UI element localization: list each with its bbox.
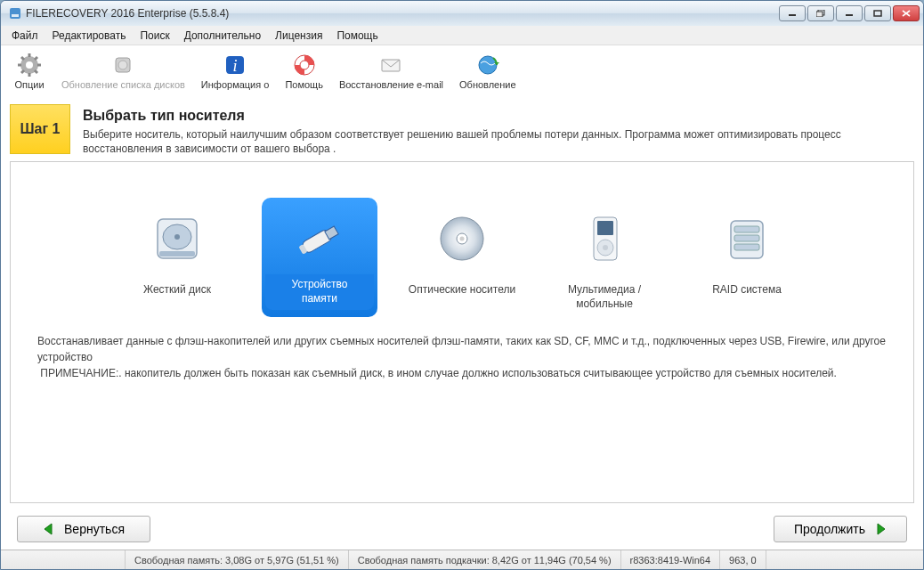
media-flash[interactable]: Устройство памяти	[262, 198, 377, 316]
svg-marker-46	[45, 524, 52, 534]
envelope-icon	[378, 53, 403, 77]
gear-icon	[17, 53, 42, 77]
media-description: Восстанавливает данные с флэш-накопителе…	[32, 333, 892, 381]
svg-line-16	[35, 70, 37, 73]
svg-text:i: i	[233, 57, 238, 75]
media-multimedia-label: Мультимедиа / мобильные	[550, 283, 659, 311]
media-type-row: Жесткий диск Устройство памяти	[32, 198, 892, 316]
status-build: r8363:8419-Win64	[621, 550, 721, 569]
tb-about-label: Информация о	[201, 79, 270, 90]
info-icon: i	[223, 53, 247, 77]
next-label: Продолжить	[794, 522, 865, 536]
media-optical[interactable]: Оптические носители	[404, 198, 520, 316]
tb-refresh: Обновление списка дисков	[56, 51, 190, 92]
tb-help-label: Помощь	[285, 79, 323, 90]
window-title: FILERECOVERY 2016 Enterprise (5.5.8.4)	[26, 7, 777, 20]
svg-rect-31	[159, 251, 195, 256]
svg-rect-0	[10, 8, 20, 19]
restore-button[interactable]	[807, 5, 834, 21]
back-button[interactable]: Вернуться	[17, 516, 150, 542]
menubar: Файл Редактировать Поиск Дополнительно Л…	[1, 26, 923, 45]
desc-line1: Восстанавливает данные с флэш-накопителе…	[37, 335, 886, 363]
menu-help[interactable]: Помощь	[329, 28, 385, 44]
svg-point-37	[460, 237, 465, 241]
arrow-right-icon	[872, 523, 887, 535]
maximize-button[interactable]	[864, 5, 891, 21]
svg-rect-43	[734, 226, 759, 232]
step-description: Выберите носитель, который наилучшим обр…	[83, 127, 914, 156]
svg-rect-4	[816, 12, 823, 17]
lifebuoy-icon	[292, 53, 317, 77]
usb-icon	[275, 203, 364, 274]
media-hdd[interactable]: Жесткий диск	[119, 198, 235, 316]
status-extra: 963, 0	[720, 550, 766, 569]
ipod-icon	[560, 203, 649, 274]
hdd-icon	[133, 203, 222, 274]
menu-file[interactable]: Файл	[4, 28, 45, 44]
media-flash-label: Устройство памяти	[265, 274, 374, 309]
svg-line-15	[21, 57, 24, 60]
tb-email-label: Восстановление e-mail	[339, 79, 443, 90]
svg-rect-1	[12, 14, 19, 17]
menu-search[interactable]: Поиск	[133, 28, 176, 44]
svg-rect-6	[874, 11, 881, 16]
statusbar: Свободная память: 3,08G от 5,97G (51,51 …	[1, 550, 923, 569]
tb-about[interactable]: i Информация о	[196, 51, 275, 92]
step-badge: Шаг 1	[10, 104, 70, 154]
tb-update[interactable]: Обновление	[454, 51, 522, 92]
step-texts: Выбрать тип носителя Выберите носитель, …	[83, 104, 914, 156]
svg-line-18	[21, 70, 24, 73]
step-title: Выбрать тип носителя	[83, 108, 914, 124]
titlebar[interactable]: FILERECOVERY 2016 Enterprise (5.5.8.4)	[1, 1, 923, 26]
tb-options-label: Опции	[14, 79, 44, 90]
arrow-left-icon	[43, 523, 57, 535]
status-swap: Свободная память подкачки: 8,42G от 11,9…	[349, 550, 621, 569]
tb-help[interactable]: Помощь	[280, 51, 328, 92]
media-optical-label: Оптические носители	[409, 283, 515, 297]
minimize2-button[interactable]	[836, 5, 863, 21]
status-memory: Свободная память: 3,08G от 5,97G (51,51 …	[126, 550, 349, 569]
nav-row: Вернуться Продолжить	[1, 510, 923, 550]
disk-refresh-icon	[110, 53, 135, 77]
media-raid[interactable]: RAID система	[689, 198, 805, 316]
tb-options[interactable]: Опции	[8, 51, 51, 92]
media-hdd-label: Жесткий диск	[143, 283, 211, 297]
svg-point-10	[26, 61, 33, 69]
close-button[interactable]	[893, 5, 920, 21]
toolbar: Опции Обновление списка дисков i Информа…	[1, 45, 923, 97]
window-controls	[777, 5, 920, 21]
tb-refresh-label: Обновление списка дисков	[61, 79, 185, 90]
svg-point-41	[603, 245, 608, 250]
app-window: FILERECOVERY 2016 Enterprise (5.5.8.4)	[0, 0, 924, 570]
cd-icon	[417, 203, 507, 274]
media-raid-label: RAID система	[712, 283, 782, 297]
raid-icon	[702, 203, 791, 274]
svg-rect-45	[734, 244, 759, 250]
status-empty	[1, 550, 126, 569]
desc-line2: ПРИМЕЧАНИЕ:. накопитель должен быть пока…	[37, 367, 837, 379]
svg-marker-47	[878, 524, 885, 534]
svg-line-17	[35, 57, 37, 60]
minimize-button[interactable]	[779, 5, 806, 21]
tb-update-label: Обновление	[459, 79, 516, 90]
next-button[interactable]: Продолжить	[774, 516, 907, 542]
globe-refresh-icon	[475, 53, 500, 77]
step-header: Шаг 1 Выбрать тип носителя Выберите носи…	[10, 104, 914, 156]
tb-email[interactable]: Восстановление e-mail	[334, 51, 449, 92]
svg-rect-44	[734, 235, 759, 241]
svg-point-30	[174, 234, 180, 240]
media-multimedia[interactable]: Мультимедиа / мобильные	[547, 198, 662, 316]
menu-extra[interactable]: Дополнительно	[177, 28, 268, 44]
back-label: Вернуться	[64, 522, 125, 536]
menu-license[interactable]: Лицензия	[268, 28, 329, 44]
svg-point-24	[300, 61, 309, 69]
content-area: Жесткий диск Устройство памяти	[10, 161, 914, 503]
app-icon	[8, 6, 22, 20]
svg-point-20	[118, 61, 127, 69]
svg-rect-39	[597, 221, 613, 235]
menu-edit[interactable]: Редактировать	[45, 28, 134, 44]
